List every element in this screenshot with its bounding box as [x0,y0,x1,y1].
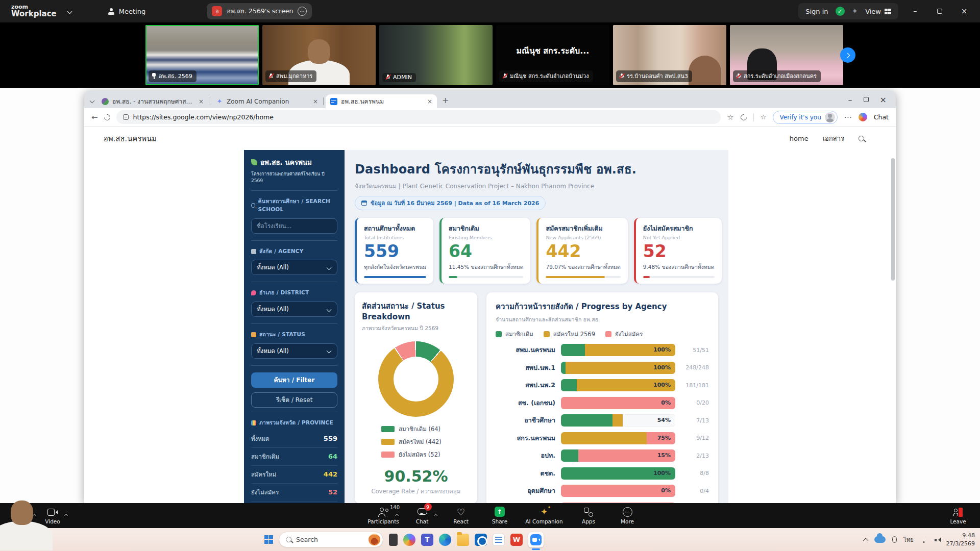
keyboard-language[interactable]: ไทย [903,535,913,544]
status-select[interactable]: ทั้งหมด (All) [251,343,337,359]
view-button[interactable]: View [865,8,891,15]
bookmark-star-icon[interactable]: ☆ [727,113,733,122]
screen: zoom Workplace Meeting อ อพ.สธ. 2569's s… [0,0,980,551]
participant-video-5[interactable]: สกร.ระดับอำเภอเมืองสกลนคร [730,25,843,85]
district-select[interactable]: ทั้งหมด (All) [251,302,337,317]
back-button[interactable]: ← [91,113,98,122]
zoom-app-icon[interactable] [528,532,544,547]
speaker-icon[interactable] [935,537,940,542]
bar-segment [561,397,675,409]
onedrive-icon[interactable] [874,536,886,543]
bookmark-list-icon[interactable]: ☆ [761,113,767,121]
search-icon [251,203,255,208]
phone-link-icon[interactable] [389,534,398,546]
close-tab-icon[interactable]: × [427,98,432,105]
video-options-chevron[interactable] [65,512,67,518]
participant-video-2[interactable]: ADMIN [379,25,493,85]
teams-icon[interactable] [421,534,433,546]
copilot-icon[interactable] [403,534,415,546]
outlook-icon[interactable] [475,534,487,546]
shared-screen: อพ.สธ. - งานสวนพฤกษศาสตร์โรงเรียน × ✦ Zo… [0,88,980,503]
sign-in-button[interactable]: Sign in [805,8,828,15]
browser-maximize-button[interactable] [864,97,869,102]
agency-row: สพป.นพ.2 100% 181/181 [496,379,709,391]
participant-video-4[interactable]: รร.บ้านดอนคำ สพป.สน3 [613,25,726,85]
address-bar[interactable]: https://sites.google.com/view/np2026/hom… [116,110,721,124]
edge-icon[interactable] [439,534,451,546]
react-button[interactable]: ♡ React [445,507,477,524]
filter-button[interactable]: ค้นหา / Filter [251,372,337,388]
extensions-icon[interactable] [739,113,748,121]
apps-button[interactable]: Apps [573,507,604,524]
security-shield-icon[interactable]: ✓ [836,7,845,16]
google-sites-favicon [330,98,337,105]
search-icon[interactable] [859,136,864,141]
new-tab-button[interactable]: + [442,95,449,105]
video-strip: อพ.สธ. 2569 สพม.มุกดาหาร ADMIN มณีนุช สก… [0,22,980,88]
wps-office-icon[interactable] [510,534,523,546]
audio-options-chevron[interactable] [33,512,36,518]
tray-expand-chevron[interactable] [863,538,869,543]
browser-toolbar: ← https://sites.google.com/view/np2026/h… [84,108,896,127]
agency-select[interactable]: ทั้งหมด (All) [251,260,337,275]
reset-button[interactable]: รีเซ็ต / Reset [251,392,337,408]
video-button[interactable]: Video [37,507,68,524]
clock[interactable]: 9:48 27/3/2569 [946,532,975,548]
more-button[interactable]: ⋯ More [611,507,643,524]
donut-legend: สมาชิกเดิม (64) สมัครใหม่ (442) ยังไม่สม… [362,424,470,459]
ai-companion-button[interactable]: ✦ AI Companion [523,507,566,524]
close-tab-icon[interactable]: × [199,98,204,105]
chat-badge: 9 [424,503,432,511]
profile-button[interactable]: Verify it's you [773,111,837,124]
participant-video-3[interactable]: มณีนุช สกร.ระดับ... มณีนุช สกร.ระดับอำเภ… [496,25,609,85]
shared-screen-tab[interactable]: อ อพ.สธ. 2569's screen ⋯ [207,3,312,19]
browser-minimize-button[interactable]: – [848,95,852,105]
chat-button[interactable]: 9 Chat [406,507,438,524]
browser-close-button[interactable]: × [880,95,887,105]
nav-documents[interactable]: เอกสาร [823,133,844,144]
dashboard-main: Dashboard โครงการอนุรักษ์พันธุกรรมพืช อพ… [345,150,728,503]
bar-segment [612,414,623,427]
participants-button[interactable]: 140 Participants [368,507,399,524]
tab-options-icon[interactable]: ⋯ [298,7,307,16]
mic-off-icon [385,74,390,81]
browser-tab-1[interactable]: ✦ Zoom AI Companion × [211,94,323,108]
view-grid-icon [885,9,891,14]
participants-count: 140 [390,505,400,510]
zoom-workplace-menu[interactable]: zoom Workplace [11,4,71,18]
bar-segment [561,344,585,356]
zoom-titlebar: zoom Workplace Meeting อ อพ.สธ. 2569's s… [0,0,980,22]
tab-meeting[interactable]: Meeting [107,8,145,15]
page-scrollbar[interactable] [890,127,895,503]
page-subtitle: จังหวัดนครพนม | Plant Genetic Conservati… [355,181,718,191]
start-button[interactable] [264,535,273,544]
next-participants-button[interactable] [840,47,855,63]
notes-app-icon[interactable] [493,534,505,546]
participant-video-0[interactable]: อพ.สธ. 2569 [145,25,259,85]
site-info-icon[interactable] [123,114,129,120]
school-search-input[interactable] [251,218,337,234]
weather-widget[interactable]: 5 86°F Sunny [7,533,37,546]
browser-tab-0[interactable]: อพ.สธ. - งานสวนพฤกษศาสตร์โรงเรียน × [97,94,208,108]
maximize-button[interactable] [932,7,947,16]
wifi-icon[interactable] [920,537,928,543]
progress-by-agency-panel: ความก้าวหน้ารายสังกัด / Progress by Agen… [486,292,718,503]
close-button[interactable]: × [957,7,972,16]
ai-sparkle-icon[interactable]: ✦ [852,7,859,16]
tab-search-icon[interactable] [90,98,95,103]
participant-video-1[interactable]: สพม.มุกดาหาร [262,25,376,85]
copilot-chat-icon[interactable] [859,113,867,121]
browser-tab-2[interactable]: อพ.สธ.นครพนม × [326,94,437,108]
leave-button[interactable]: Leave [942,507,974,524]
minimize-button[interactable]: – [908,7,923,16]
nav-home[interactable]: home [790,135,808,142]
tray-mic-icon[interactable] [892,536,897,543]
stat-card-notyet: ยังไม่สมัครสมาชิก Not Yet Applied 52 9.4… [634,218,722,284]
browser-menu-icon[interactable]: ⋯ [844,113,852,122]
share-button[interactable]: ↑ Share [484,507,516,524]
close-tab-icon[interactable]: × [313,98,318,105]
taskbar-search[interactable]: Search [279,532,383,547]
date: 27/3/2569 [946,540,975,548]
reload-button[interactable] [103,113,111,121]
file-explorer-icon[interactable] [457,534,469,546]
